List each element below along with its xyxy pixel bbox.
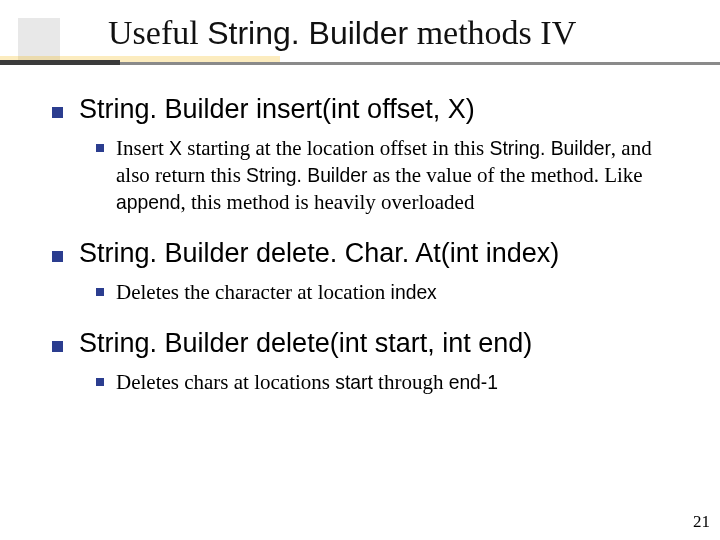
method-heading: String. Builder delete(int start, int en…	[79, 328, 532, 359]
page-number: 21	[693, 512, 710, 532]
square-bullet-icon	[52, 251, 63, 262]
title-prefix: Useful	[108, 14, 207, 51]
method-heading: String. Builder insert(int offset, X)	[79, 94, 475, 125]
square-bullet-icon	[96, 144, 104, 152]
square-bullet-icon	[96, 288, 104, 296]
square-bullet-icon	[52, 107, 63, 118]
list-item: String. Builder insert(int offset, X) In…	[52, 94, 680, 216]
method-list: String. Builder insert(int offset, X) In…	[52, 94, 680, 395]
list-item: String. Builder delete. Char. At(int ind…	[52, 238, 680, 306]
title-code: String. Builder	[207, 15, 408, 51]
method-heading: String. Builder delete. Char. At(int ind…	[79, 238, 559, 269]
method-description: Deletes chars at locations start through…	[116, 369, 498, 396]
square-bullet-icon	[96, 378, 104, 386]
title-suffix: methods IV	[408, 14, 576, 51]
title-rule	[0, 56, 720, 66]
page-title: Useful String. Builder methods IV	[0, 14, 720, 54]
list-item: Deletes chars at locations start through…	[96, 369, 680, 396]
content-area: String. Builder insert(int offset, X) In…	[0, 66, 720, 395]
title-decoration-square	[18, 18, 60, 60]
list-item: Deletes the character at location index	[96, 279, 680, 306]
square-bullet-icon	[52, 341, 63, 352]
title-block: Useful String. Builder methods IV	[0, 0, 720, 66]
method-description: Insert X starting at the location offset…	[116, 135, 680, 216]
list-item: String. Builder delete(int start, int en…	[52, 328, 680, 396]
list-item: Insert X starting at the location offset…	[96, 135, 680, 216]
method-description: Deletes the character at location index	[116, 279, 437, 306]
